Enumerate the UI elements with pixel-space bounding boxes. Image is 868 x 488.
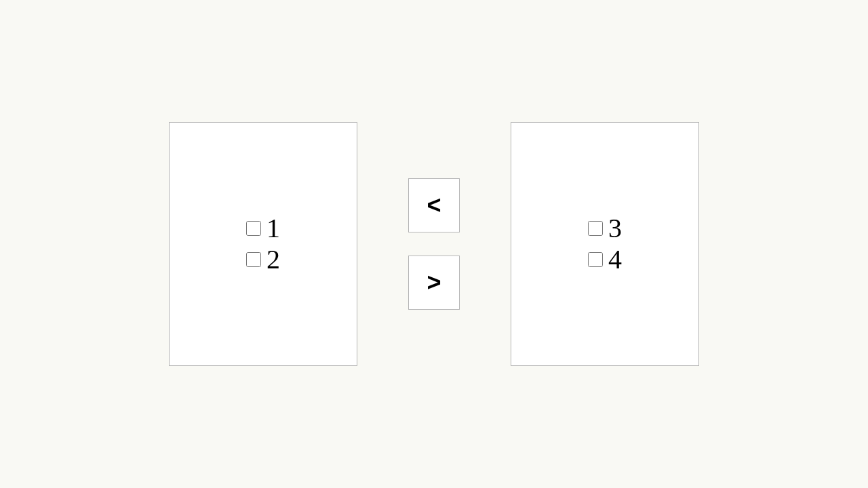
list-item: 3: [588, 213, 622, 244]
item-label: 2: [267, 244, 280, 275]
chevron-right-icon: >: [427, 268, 441, 297]
item-checkbox-1[interactable]: [246, 221, 261, 236]
item-checkbox-3[interactable]: [588, 221, 603, 236]
right-panel: 3 4: [511, 122, 699, 366]
transfer-list-container: 1 2 < > 3 4: [169, 122, 699, 366]
left-panel: 1 2: [169, 122, 357, 366]
transfer-buttons: < >: [408, 178, 460, 310]
chevron-left-icon: <: [427, 191, 441, 220]
list-item: 1: [246, 213, 280, 244]
item-label: 4: [608, 244, 622, 275]
item-label: 3: [608, 213, 622, 244]
item-checkbox-2[interactable]: [246, 252, 261, 267]
move-right-button[interactable]: >: [408, 256, 460, 310]
list-item: 2: [246, 244, 280, 275]
item-label: 1: [267, 213, 280, 244]
move-left-button[interactable]: <: [408, 178, 460, 232]
item-checkbox-4[interactable]: [588, 252, 603, 267]
list-item: 4: [588, 244, 622, 275]
